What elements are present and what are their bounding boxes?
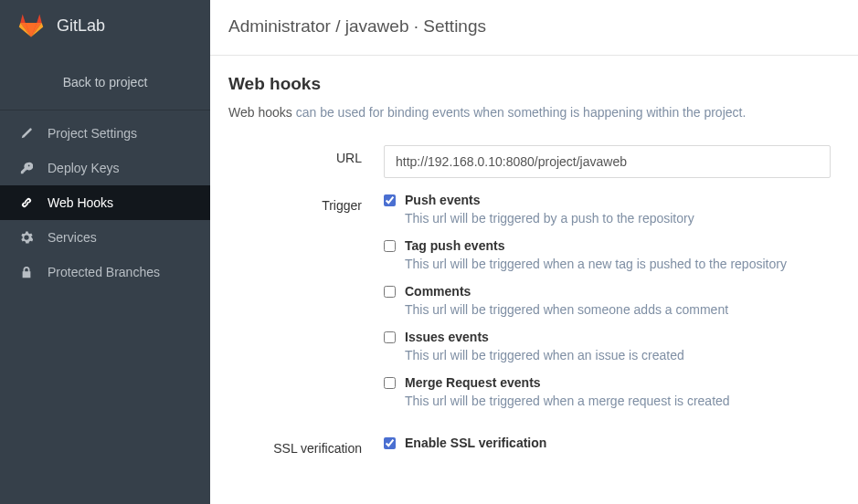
page-title: Web hooks bbox=[228, 74, 831, 94]
url-input[interactable] bbox=[384, 145, 831, 178]
url-label: URL bbox=[228, 145, 384, 165]
nav-item-web-hooks[interactable]: Web Hooks bbox=[0, 185, 210, 220]
ssl-label: SSL verification bbox=[228, 436, 384, 456]
key-icon bbox=[18, 162, 35, 174]
trigger-title: Issues events bbox=[405, 330, 489, 344]
breadcrumb-project[interactable]: javaweb bbox=[345, 16, 409, 36]
sidebar: GitLab Back to project Project Settings … bbox=[0, 0, 210, 504]
settings-nav: Project Settings Deploy Keys Web Hooks S… bbox=[0, 116, 210, 289]
pencil-icon bbox=[18, 127, 35, 140]
main-content: Administrator / javaweb · Settings Web h… bbox=[210, 0, 858, 504]
nav-item-deploy-keys[interactable]: Deploy Keys bbox=[0, 151, 210, 185]
desc-prefix: Web hooks bbox=[228, 105, 296, 120]
nav-item-protected-branches[interactable]: Protected Branches bbox=[0, 255, 210, 289]
desc-muted: can be used for binding events when some… bbox=[296, 105, 747, 120]
back-to-project-link[interactable]: Back to project bbox=[0, 55, 210, 110]
trigger-title: Push events bbox=[405, 193, 480, 207]
link-icon bbox=[18, 196, 35, 209]
checkbox-issues-events[interactable] bbox=[384, 331, 396, 343]
trigger-comments: Comments This url will be triggered when… bbox=[384, 284, 831, 317]
trigger-tag-push-events: Tag push events This url will be trigger… bbox=[384, 238, 831, 271]
nav-label: Protected Branches bbox=[48, 265, 160, 279]
nav-label: Project Settings bbox=[48, 126, 137, 141]
checkbox-tag-push-events[interactable] bbox=[384, 240, 396, 252]
checkbox-push-events[interactable] bbox=[384, 194, 396, 206]
logo-row: GitLab bbox=[0, 0, 210, 55]
nav-label: Web Hooks bbox=[48, 195, 113, 210]
gear-icon bbox=[18, 231, 35, 244]
trigger-title: Merge Request events bbox=[405, 375, 541, 390]
trigger-list: Push events This url will be triggered b… bbox=[384, 193, 831, 408]
trigger-label: Trigger bbox=[228, 193, 384, 213]
trigger-desc: This url will be triggered when a new ta… bbox=[405, 257, 831, 271]
trigger-push-events: Push events This url will be triggered b… bbox=[384, 193, 831, 226]
trigger-desc: This url will be triggered by a push to … bbox=[405, 211, 831, 226]
trigger-title: Tag push events bbox=[405, 238, 504, 253]
breadcrumb-owner[interactable]: Administrator bbox=[228, 16, 331, 36]
breadcrumb-page: Settings bbox=[423, 16, 486, 36]
nav-label: Deploy Keys bbox=[48, 161, 120, 175]
page-description: Web hooks can be used for binding events… bbox=[228, 105, 831, 120]
trigger-desc: This url will be triggered when an issue… bbox=[405, 348, 831, 362]
brand-name: GitLab bbox=[57, 16, 105, 36]
lock-icon bbox=[18, 266, 35, 278]
trigger-desc: This url will be triggered when someone … bbox=[405, 302, 831, 317]
gitlab-logo-icon bbox=[18, 13, 44, 38]
checkbox-merge-request-events[interactable] bbox=[384, 377, 396, 389]
nav-item-project-settings[interactable]: Project Settings bbox=[0, 116, 210, 151]
trigger-title: Comments bbox=[405, 284, 471, 299]
trigger-desc: This url will be triggered when a merge … bbox=[405, 394, 831, 408]
trigger-issues-events: Issues events This url will be triggered… bbox=[384, 330, 831, 362]
checkbox-enable-ssl[interactable] bbox=[384, 437, 396, 449]
nav-label: Services bbox=[48, 230, 97, 245]
ssl-checkbox-label: Enable SSL verification bbox=[405, 436, 546, 450]
breadcrumb: Administrator / javaweb · Settings bbox=[210, 0, 858, 56]
trigger-merge-request-events: Merge Request events This url will be tr… bbox=[384, 375, 831, 408]
nav-item-services[interactable]: Services bbox=[0, 220, 210, 255]
checkbox-comments[interactable] bbox=[384, 286, 396, 298]
